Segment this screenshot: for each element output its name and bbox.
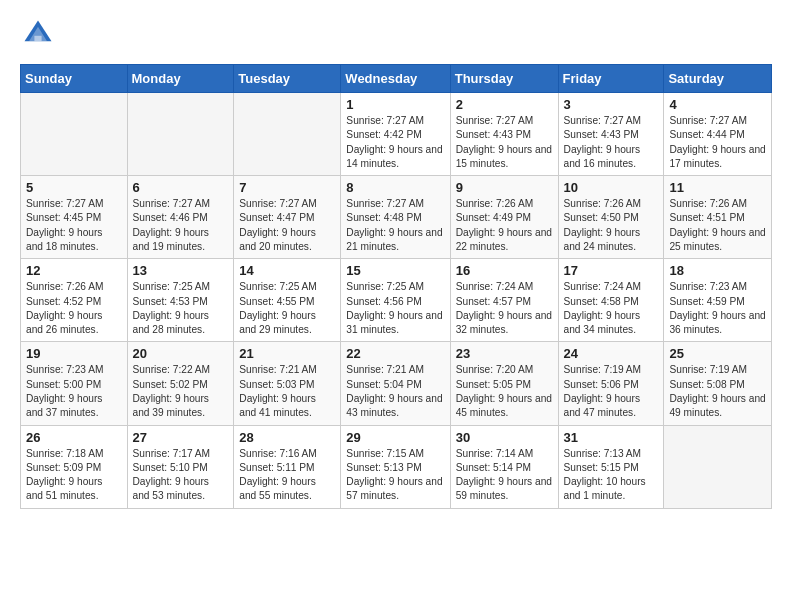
calendar-cell: 16Sunrise: 7:24 AMSunset: 4:57 PMDayligh… xyxy=(450,259,558,342)
calendar-cell xyxy=(127,93,234,176)
calendar-cell: 19Sunrise: 7:23 AMSunset: 5:00 PMDayligh… xyxy=(21,342,128,425)
day-info: Sunrise: 7:21 AMSunset: 5:04 PMDaylight:… xyxy=(346,363,444,420)
calendar-cell: 13Sunrise: 7:25 AMSunset: 4:53 PMDayligh… xyxy=(127,259,234,342)
weekday-header-saturday: Saturday xyxy=(664,65,772,93)
day-info: Sunrise: 7:25 AMSunset: 4:53 PMDaylight:… xyxy=(133,280,229,337)
day-info: Sunrise: 7:20 AMSunset: 5:05 PMDaylight:… xyxy=(456,363,553,420)
day-number: 15 xyxy=(346,263,444,278)
day-info: Sunrise: 7:25 AMSunset: 4:55 PMDaylight:… xyxy=(239,280,335,337)
day-number: 23 xyxy=(456,346,553,361)
day-number: 21 xyxy=(239,346,335,361)
day-info: Sunrise: 7:26 AMSunset: 4:52 PMDaylight:… xyxy=(26,280,122,337)
calendar-cell: 2Sunrise: 7:27 AMSunset: 4:43 PMDaylight… xyxy=(450,93,558,176)
calendar-cell: 4Sunrise: 7:27 AMSunset: 4:44 PMDaylight… xyxy=(664,93,772,176)
calendar-cell xyxy=(234,93,341,176)
logo-icon xyxy=(20,16,56,52)
day-info: Sunrise: 7:27 AMSunset: 4:42 PMDaylight:… xyxy=(346,114,444,171)
day-number: 12 xyxy=(26,263,122,278)
calendar-cell: 12Sunrise: 7:26 AMSunset: 4:52 PMDayligh… xyxy=(21,259,128,342)
day-info: Sunrise: 7:19 AMSunset: 5:08 PMDaylight:… xyxy=(669,363,766,420)
calendar-cell: 9Sunrise: 7:26 AMSunset: 4:49 PMDaylight… xyxy=(450,176,558,259)
calendar-cell: 17Sunrise: 7:24 AMSunset: 4:58 PMDayligh… xyxy=(558,259,664,342)
day-number: 25 xyxy=(669,346,766,361)
day-info: Sunrise: 7:25 AMSunset: 4:56 PMDaylight:… xyxy=(346,280,444,337)
calendar-cell: 23Sunrise: 7:20 AMSunset: 5:05 PMDayligh… xyxy=(450,342,558,425)
calendar-cell: 15Sunrise: 7:25 AMSunset: 4:56 PMDayligh… xyxy=(341,259,450,342)
calendar-cell: 30Sunrise: 7:14 AMSunset: 5:14 PMDayligh… xyxy=(450,425,558,508)
day-info: Sunrise: 7:27 AMSunset: 4:44 PMDaylight:… xyxy=(669,114,766,171)
day-number: 20 xyxy=(133,346,229,361)
day-info: Sunrise: 7:27 AMSunset: 4:46 PMDaylight:… xyxy=(133,197,229,254)
calendar-cell: 25Sunrise: 7:19 AMSunset: 5:08 PMDayligh… xyxy=(664,342,772,425)
day-number: 9 xyxy=(456,180,553,195)
day-number: 28 xyxy=(239,430,335,445)
page: SundayMondayTuesdayWednesdayThursdayFrid… xyxy=(0,0,792,525)
header xyxy=(20,16,772,52)
day-info: Sunrise: 7:27 AMSunset: 4:43 PMDaylight:… xyxy=(564,114,659,171)
day-number: 31 xyxy=(564,430,659,445)
day-number: 4 xyxy=(669,97,766,112)
day-info: Sunrise: 7:27 AMSunset: 4:43 PMDaylight:… xyxy=(456,114,553,171)
day-info: Sunrise: 7:26 AMSunset: 4:50 PMDaylight:… xyxy=(564,197,659,254)
day-number: 5 xyxy=(26,180,122,195)
calendar-cell: 22Sunrise: 7:21 AMSunset: 5:04 PMDayligh… xyxy=(341,342,450,425)
weekday-header-row: SundayMondayTuesdayWednesdayThursdayFrid… xyxy=(21,65,772,93)
week-row-4: 19Sunrise: 7:23 AMSunset: 5:00 PMDayligh… xyxy=(21,342,772,425)
week-row-2: 5Sunrise: 7:27 AMSunset: 4:45 PMDaylight… xyxy=(21,176,772,259)
weekday-header-wednesday: Wednesday xyxy=(341,65,450,93)
week-row-1: 1Sunrise: 7:27 AMSunset: 4:42 PMDaylight… xyxy=(21,93,772,176)
calendar-cell: 24Sunrise: 7:19 AMSunset: 5:06 PMDayligh… xyxy=(558,342,664,425)
day-number: 3 xyxy=(564,97,659,112)
day-info: Sunrise: 7:19 AMSunset: 5:06 PMDaylight:… xyxy=(564,363,659,420)
day-info: Sunrise: 7:15 AMSunset: 5:13 PMDaylight:… xyxy=(346,447,444,504)
day-number: 7 xyxy=(239,180,335,195)
day-number: 16 xyxy=(456,263,553,278)
calendar: SundayMondayTuesdayWednesdayThursdayFrid… xyxy=(20,64,772,509)
day-number: 14 xyxy=(239,263,335,278)
weekday-header-monday: Monday xyxy=(127,65,234,93)
calendar-cell: 8Sunrise: 7:27 AMSunset: 4:48 PMDaylight… xyxy=(341,176,450,259)
day-number: 2 xyxy=(456,97,553,112)
day-number: 26 xyxy=(26,430,122,445)
calendar-cell: 28Sunrise: 7:16 AMSunset: 5:11 PMDayligh… xyxy=(234,425,341,508)
day-number: 6 xyxy=(133,180,229,195)
day-info: Sunrise: 7:23 AMSunset: 5:00 PMDaylight:… xyxy=(26,363,122,420)
weekday-header-friday: Friday xyxy=(558,65,664,93)
calendar-cell: 20Sunrise: 7:22 AMSunset: 5:02 PMDayligh… xyxy=(127,342,234,425)
day-info: Sunrise: 7:24 AMSunset: 4:57 PMDaylight:… xyxy=(456,280,553,337)
day-number: 27 xyxy=(133,430,229,445)
day-number: 22 xyxy=(346,346,444,361)
day-info: Sunrise: 7:14 AMSunset: 5:14 PMDaylight:… xyxy=(456,447,553,504)
calendar-cell: 1Sunrise: 7:27 AMSunset: 4:42 PMDaylight… xyxy=(341,93,450,176)
week-row-5: 26Sunrise: 7:18 AMSunset: 5:09 PMDayligh… xyxy=(21,425,772,508)
day-info: Sunrise: 7:26 AMSunset: 4:49 PMDaylight:… xyxy=(456,197,553,254)
calendar-cell: 29Sunrise: 7:15 AMSunset: 5:13 PMDayligh… xyxy=(341,425,450,508)
calendar-cell: 27Sunrise: 7:17 AMSunset: 5:10 PMDayligh… xyxy=(127,425,234,508)
day-number: 24 xyxy=(564,346,659,361)
day-info: Sunrise: 7:18 AMSunset: 5:09 PMDaylight:… xyxy=(26,447,122,504)
day-info: Sunrise: 7:27 AMSunset: 4:48 PMDaylight:… xyxy=(346,197,444,254)
day-number: 11 xyxy=(669,180,766,195)
calendar-cell: 10Sunrise: 7:26 AMSunset: 4:50 PMDayligh… xyxy=(558,176,664,259)
day-number: 17 xyxy=(564,263,659,278)
day-info: Sunrise: 7:26 AMSunset: 4:51 PMDaylight:… xyxy=(669,197,766,254)
calendar-cell: 5Sunrise: 7:27 AMSunset: 4:45 PMDaylight… xyxy=(21,176,128,259)
day-number: 13 xyxy=(133,263,229,278)
calendar-cell: 6Sunrise: 7:27 AMSunset: 4:46 PMDaylight… xyxy=(127,176,234,259)
day-number: 30 xyxy=(456,430,553,445)
day-number: 8 xyxy=(346,180,444,195)
day-info: Sunrise: 7:24 AMSunset: 4:58 PMDaylight:… xyxy=(564,280,659,337)
day-info: Sunrise: 7:16 AMSunset: 5:11 PMDaylight:… xyxy=(239,447,335,504)
calendar-cell xyxy=(664,425,772,508)
day-info: Sunrise: 7:17 AMSunset: 5:10 PMDaylight:… xyxy=(133,447,229,504)
day-number: 29 xyxy=(346,430,444,445)
weekday-header-thursday: Thursday xyxy=(450,65,558,93)
day-info: Sunrise: 7:22 AMSunset: 5:02 PMDaylight:… xyxy=(133,363,229,420)
svg-rect-2 xyxy=(34,36,41,41)
calendar-cell: 21Sunrise: 7:21 AMSunset: 5:03 PMDayligh… xyxy=(234,342,341,425)
calendar-cell: 31Sunrise: 7:13 AMSunset: 5:15 PMDayligh… xyxy=(558,425,664,508)
logo xyxy=(20,16,60,52)
day-number: 18 xyxy=(669,263,766,278)
day-info: Sunrise: 7:27 AMSunset: 4:45 PMDaylight:… xyxy=(26,197,122,254)
calendar-cell: 18Sunrise: 7:23 AMSunset: 4:59 PMDayligh… xyxy=(664,259,772,342)
